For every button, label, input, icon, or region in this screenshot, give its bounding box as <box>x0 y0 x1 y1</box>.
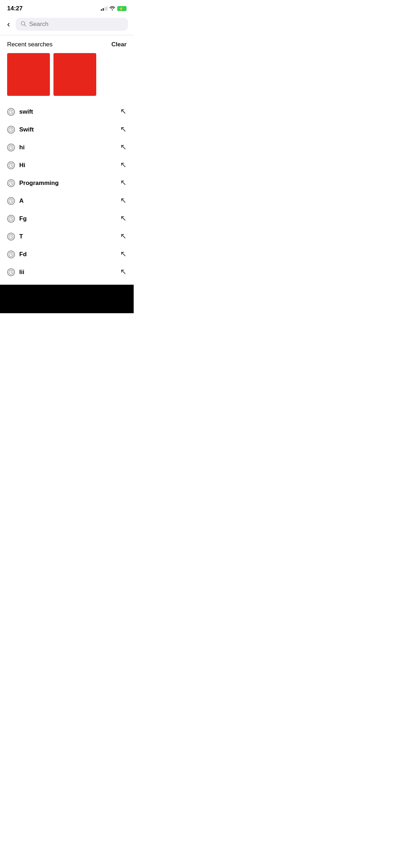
battery-icon: ⚡ <box>117 6 127 11</box>
status-icons: ⚡ <box>101 6 127 11</box>
status-time: 14:27 <box>7 5 22 12</box>
search-term: Iii <box>19 269 116 276</box>
signal-icon <box>101 6 107 11</box>
svg-line-36 <box>11 254 12 255</box>
svg-line-4 <box>11 112 12 113</box>
svg-line-17 <box>122 163 125 167</box>
search-term: Fg <box>19 215 116 222</box>
clock-icon <box>7 126 15 134</box>
thumbnail-card-2[interactable] <box>53 53 96 96</box>
svg-line-37 <box>122 252 125 256</box>
search-term: swift <box>19 108 116 115</box>
recent-searches-label: Recent searches <box>7 41 53 48</box>
status-bar: 14:27 ⚡ <box>0 0 134 15</box>
search-icon <box>21 21 26 28</box>
bottom-bar <box>0 285 134 313</box>
arrow-up-left-icon <box>120 269 127 276</box>
svg-line-24 <box>11 201 12 202</box>
search-term: Programming <box>19 180 116 187</box>
clock-icon <box>7 215 15 223</box>
arrow-up-left-icon <box>120 197 127 205</box>
search-term: Hi <box>19 162 116 169</box>
clock-icon <box>7 108 15 116</box>
search-input[interactable] <box>29 21 123 28</box>
clock-icon <box>7 161 15 169</box>
arrow-up-left-icon <box>120 215 127 223</box>
search-list-item[interactable]: Iii <box>0 263 134 281</box>
search-list-item[interactable]: A <box>0 192 134 210</box>
clock-icon <box>7 233 15 241</box>
svg-line-13 <box>122 145 125 149</box>
search-list-item[interactable]: T <box>0 228 134 246</box>
svg-line-20 <box>11 183 12 184</box>
arrow-up-left-icon <box>120 126 127 134</box>
arrow-up-left-icon <box>120 251 127 258</box>
recent-searches-header: Recent searches Clear <box>0 35 134 53</box>
search-row: ‹ <box>0 15 134 35</box>
svg-line-16 <box>11 165 12 166</box>
thumbnail-row <box>0 53 134 103</box>
search-term: Fd <box>19 251 116 258</box>
search-list-item[interactable]: swift <box>0 103 134 121</box>
svg-line-1 <box>25 25 26 26</box>
svg-line-5 <box>122 110 125 113</box>
search-list-item[interactable]: Programming <box>0 174 134 192</box>
search-term: hi <box>19 144 116 151</box>
clock-icon <box>7 197 15 205</box>
arrow-up-left-icon <box>120 180 127 187</box>
svg-line-25 <box>122 199 125 202</box>
svg-line-12 <box>11 148 12 148</box>
clear-button[interactable]: Clear <box>111 41 127 48</box>
clock-icon <box>7 250 15 258</box>
svg-line-21 <box>122 181 125 185</box>
arrow-up-left-icon <box>120 144 127 151</box>
svg-line-9 <box>122 128 125 131</box>
arrow-up-left-icon <box>120 108 127 116</box>
arrow-up-left-icon <box>120 233 127 241</box>
svg-line-29 <box>122 217 125 220</box>
search-list-item[interactable]: Fd <box>0 246 134 263</box>
search-term: A <box>19 197 116 205</box>
arrow-up-left-icon <box>120 162 127 169</box>
search-list-item[interactable]: Fg <box>0 210 134 228</box>
svg-line-8 <box>11 130 12 130</box>
svg-line-41 <box>122 270 125 274</box>
clock-icon <box>7 144 15 151</box>
search-input-container[interactable] <box>16 18 128 31</box>
clock-icon <box>7 179 15 187</box>
search-term: Swift <box>19 126 116 133</box>
search-list-item[interactable]: Hi <box>0 156 134 174</box>
wifi-icon <box>109 6 115 11</box>
back-button[interactable]: ‹ <box>6 19 11 30</box>
search-list-item[interactable]: hi <box>0 139 134 156</box>
svg-line-32 <box>11 237 12 237</box>
svg-line-33 <box>122 234 125 238</box>
thumbnail-card-1[interactable] <box>7 53 50 96</box>
search-list: swift Swift <box>0 103 134 281</box>
search-term: T <box>19 233 116 240</box>
svg-line-28 <box>11 219 12 219</box>
search-list-item[interactable]: Swift <box>0 121 134 139</box>
clock-icon <box>7 268 15 276</box>
svg-line-40 <box>11 272 12 273</box>
